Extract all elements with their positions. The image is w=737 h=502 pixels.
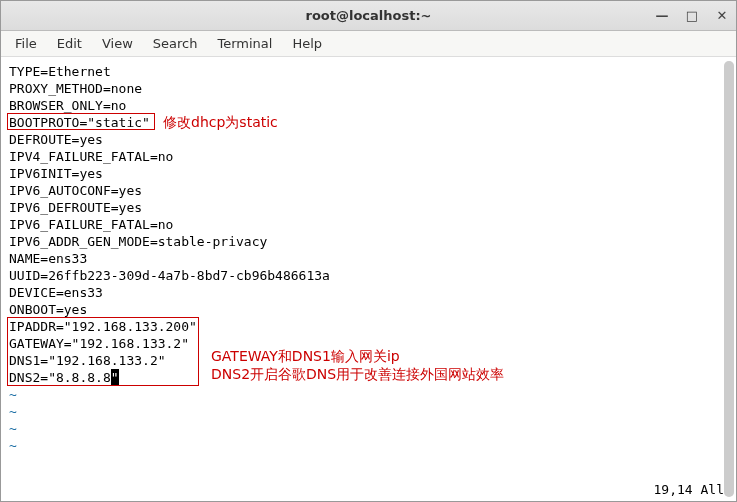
config-line: BROWSER_ONLY=no — [9, 98, 126, 113]
vim-tilde: ~ — [9, 438, 17, 453]
config-line: TYPE=Ethernet — [9, 64, 111, 79]
annotation-bootproto: 修改dhcp为static — [163, 113, 278, 131]
vim-tilde: ~ — [9, 421, 17, 436]
terminal-area[interactable]: TYPE=Ethernet PROXY_METHOD=none BROWSER_… — [1, 57, 736, 501]
cursor-position: 19,14 — [654, 482, 693, 497]
maximize-button[interactable]: □ — [684, 8, 700, 24]
terminal-content: TYPE=Ethernet PROXY_METHOD=none BROWSER_… — [1, 57, 736, 460]
config-line: PROXY_METHOD=none — [9, 81, 142, 96]
config-line: IPV6_FAILURE_FATAL=no — [9, 217, 173, 232]
annotation-network-line1: GATEWAY和DNS1输入网关ip — [211, 347, 504, 365]
window-title: root@localhost:~ — [1, 8, 736, 23]
menu-search[interactable]: Search — [145, 33, 206, 54]
annotation-network-line2: DNS2开启谷歌DNS用于改善连接外国网站效率 — [211, 365, 504, 383]
cursor: " — [111, 369, 119, 386]
config-line: ONBOOT=yes — [9, 302, 87, 317]
config-line: IPV6_DEFROUTE=yes — [9, 200, 142, 215]
menu-view[interactable]: View — [94, 33, 141, 54]
config-line: IPV6_AUTOCONF=yes — [9, 183, 142, 198]
config-line-dns1: DNS1="192.168.133.2" — [9, 353, 166, 368]
menu-edit[interactable]: Edit — [49, 33, 90, 54]
menu-file[interactable]: File — [7, 33, 45, 54]
config-line: IPV4_FAILURE_FATAL=no — [9, 149, 173, 164]
config-line: DEFROUTE=yes — [9, 132, 103, 147]
vim-tilde: ~ — [9, 404, 17, 419]
minimize-button[interactable]: — — [654, 8, 670, 24]
window-titlebar: root@localhost:~ — □ ✕ — [1, 1, 736, 31]
scrollbar[interactable] — [724, 61, 734, 497]
vim-tilde: ~ — [9, 387, 17, 402]
scroll-indicator: All — [701, 482, 724, 497]
config-line-ipaddr: IPADDR="192.168.133.200" — [9, 319, 197, 334]
config-line: UUID=26ffb223-309d-4a7b-8bd7-cb96b486613… — [9, 268, 330, 283]
menu-help[interactable]: Help — [284, 33, 330, 54]
vim-status-line: 19,14 All — [654, 482, 724, 497]
config-line: NAME=ens33 — [9, 251, 87, 266]
close-button[interactable]: ✕ — [714, 8, 730, 24]
window-controls: — □ ✕ — [654, 8, 730, 24]
scrollbar-thumb[interactable] — [724, 61, 734, 497]
menu-terminal[interactable]: Terminal — [209, 33, 280, 54]
annotation-network: GATEWAY和DNS1输入网关ip DNS2开启谷歌DNS用于改善连接外国网站… — [211, 347, 504, 383]
config-line: DEVICE=ens33 — [9, 285, 103, 300]
config-line: IPV6INIT=yes — [9, 166, 103, 181]
config-line-dns2: DNS2="8.8.8.8 — [9, 370, 111, 385]
menu-bar: File Edit View Search Terminal Help — [1, 31, 736, 57]
config-line: IPV6_ADDR_GEN_MODE=stable-privacy — [9, 234, 267, 249]
config-line-gateway: GATEWAY="192.168.133.2" — [9, 336, 189, 351]
config-line-bootproto: BOOTPROTO="static" — [9, 115, 150, 130]
